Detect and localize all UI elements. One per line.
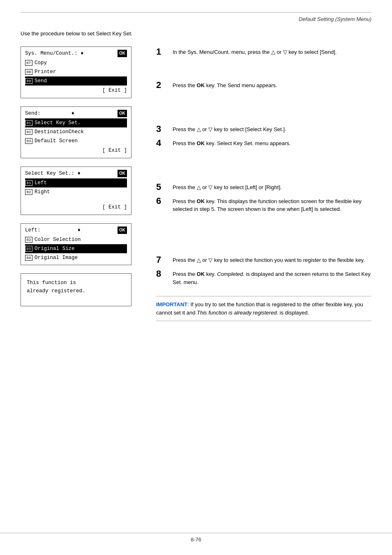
row-text-original-image: Original Image — [35, 254, 78, 262]
row-text-default-screen: Default Screen — [35, 137, 78, 145]
lcd-panel-1-title-row: Sys. Menu/Count.: ♦ OK — [25, 49, 127, 58]
lcd-panel-1-icons: OK — [118, 50, 127, 57]
lcd-panel-3-icons: OK — [118, 170, 127, 177]
row-num-09: 09 — [25, 78, 32, 84]
important-text: : If you try to set the function that is… — [156, 301, 363, 316]
step-5-num: 5 — [156, 182, 168, 192]
step-7: 7 Press the △ or ▽ key to select the fun… — [156, 254, 371, 265]
row-num-02-left: 02 — [25, 237, 32, 243]
header-title: Default Setting (System Menu) — [299, 16, 371, 22]
row-text-destination-check: DestinationCheck — [35, 128, 84, 136]
lcd-row-02-sks: 02 Right — [25, 187, 127, 197]
lcd-panel-4-title-row: Left: ♦ OK — [25, 226, 127, 234]
row-num-07: 07 — [25, 60, 32, 66]
lcd-panel-1-title: Sys. Menu/Count.: ♦ — [25, 49, 84, 58]
page-container: Default Setting (System Menu) Use the pr… — [0, 0, 392, 555]
step-7-num: 7 — [156, 254, 168, 265]
step-6: 6 Press the OK key. This displays the fu… — [156, 196, 371, 213]
row-num-01-send: 01 — [25, 120, 32, 126]
ok-badge-1: OK — [118, 50, 127, 57]
lcd-exit-2: [ Exit ] — [25, 146, 127, 155]
lcd-exit-1: [ Exit ] — [25, 86, 127, 95]
lcd-panel-1: Sys. Menu/Count.: ♦ OK 07 Copy 08 Printe… — [21, 46, 131, 98]
page-header: Default Setting (System Menu) — [21, 16, 371, 22]
step-5: 5 Press the △ or ▽ key to select [Left] … — [156, 182, 371, 192]
row-text-original-size: Original Size — [35, 245, 81, 253]
important-box: IMPORTANT: If you try to set the functio… — [156, 296, 371, 321]
row-num-08: 08 — [25, 69, 32, 75]
row-num-01-sks: 01 — [25, 180, 32, 186]
lcd-panel-2-icons: OK — [118, 110, 127, 117]
message-panel: This function is already registered. — [21, 273, 131, 306]
row-num-03-send: 03 — [25, 138, 32, 144]
lcd-panel-3-title-row: Select Key Set.: ♦ OK — [25, 169, 127, 178]
lcd-panel-4-title: Left: ♦ — [25, 226, 81, 234]
lcd-panel-2-title-row: Send: ♦ OK — [25, 109, 127, 118]
lcd-exit-3: [ Exit ] — [25, 202, 127, 212]
step-6-text: Press the OK key. This displays the func… — [173, 196, 371, 213]
step-2: 2 Press the OK key. The Send menu appear… — [156, 80, 371, 90]
lcd-panel-3-title: Select Key Set.: ♦ — [25, 169, 81, 178]
lcd-row-09: 09 Send — [25, 76, 127, 86]
lcd-panel-2: Send: ♦ OK 01 Select Key Set. 02 Destina… — [21, 106, 131, 158]
step-3-num: 3 — [156, 124, 168, 134]
row-num-02-send: 02 — [25, 129, 32, 135]
step-4-num: 4 — [156, 138, 168, 148]
step-6-num: 6 — [156, 196, 168, 206]
step-8-num: 8 — [156, 268, 168, 279]
step-1-num: 1 — [156, 46, 168, 57]
lcd-panel-3: Select Key Set.: ♦ OK 01 Left 02 Right [… — [21, 166, 131, 215]
lcd-row-02-left: 02 Color Selection — [25, 235, 127, 244]
row-text-right: Right — [35, 188, 50, 196]
page-number: 8-76 — [191, 536, 201, 543]
lcd-panel-4-icons: OK — [118, 227, 127, 234]
step-7-text: Press the △ or ▽ key to select the funct… — [173, 254, 371, 264]
step-1-text: In the Sys. Menu/Count. menu, press the … — [173, 46, 371, 56]
step-8: 8 Press the OK key. Completed. is displa… — [156, 268, 371, 286]
lcd-row-01-send: 01 Select Key Set. — [25, 118, 127, 127]
important-label: IMPORTANT — [156, 301, 187, 308]
step-3-text: Press the △ or ▽ key to select [Select K… — [173, 124, 371, 134]
step-8-text: Press the OK key. Completed. is displaye… — [173, 268, 371, 286]
lcd-panel-2-title: Send: ♦ — [25, 109, 74, 118]
step-5-text: Press the △ or ▽ key to select [Left] or… — [173, 182, 371, 192]
left-column: Sys. Menu/Count.: ♦ OK 07 Copy 08 Printe… — [21, 46, 144, 321]
ok-badge-3: OK — [118, 170, 127, 177]
step-4: 4 Press the OK key. Select Key Set. menu… — [156, 138, 371, 148]
lcd-row-03-send: 03 Default Screen — [25, 136, 127, 146]
lcd-row-08: 08 Printer — [25, 67, 127, 76]
step-4-text: Press the OK key. Select Key Set. menu a… — [173, 138, 371, 148]
page-footer: 8-76 — [0, 533, 392, 543]
step-2-text: Press the OK key. The Send menu appears. — [173, 80, 371, 90]
step-1: 1 In the Sys. Menu/Count. menu, press th… — [156, 46, 371, 57]
lcd-row-01-sks: 01 Left — [25, 178, 127, 187]
row-num-04-left: 04 — [25, 255, 32, 261]
row-text-copy: Copy — [35, 59, 47, 67]
right-column: 1 In the Sys. Menu/Count. menu, press th… — [156, 46, 371, 321]
lcd-row-02-send: 02 DestinationCheck — [25, 127, 127, 136]
row-num-03-left: 03 — [25, 246, 32, 252]
lcd-row-03-left: 03 Original Size — [25, 244, 127, 253]
content-area: Sys. Menu/Count.: ♦ OK 07 Copy 08 Printe… — [21, 46, 371, 321]
intro-text: Use the procedure below to set Select Ke… — [21, 30, 371, 37]
ok-badge-2: OK — [118, 110, 127, 117]
message-line-1: This function is — [27, 279, 125, 287]
lcd-row-07: 07 Copy — [25, 58, 127, 67]
row-text-printer: Printer — [35, 68, 56, 76]
step-2-num: 2 — [156, 80, 168, 90]
row-text-left: Left — [35, 179, 81, 187]
ok-badge-4: OK — [118, 227, 127, 234]
step-3: 3 Press the △ or ▽ key to select [Select… — [156, 124, 371, 134]
row-text-send: Send — [35, 77, 78, 85]
row-text-color-selection: Color Selection — [35, 236, 81, 244]
message-line-2: already registered. — [27, 287, 125, 295]
row-num-02-sks: 02 — [25, 189, 32, 195]
row-text-select-key-set: Select Key Set. — [35, 119, 81, 127]
top-rule — [21, 12, 371, 13]
lcd-row-04-left: 04 Original Image — [25, 253, 127, 262]
lcd-panel-4: Left: ♦ OK 02 Color Selection 03 Origina… — [21, 223, 131, 265]
